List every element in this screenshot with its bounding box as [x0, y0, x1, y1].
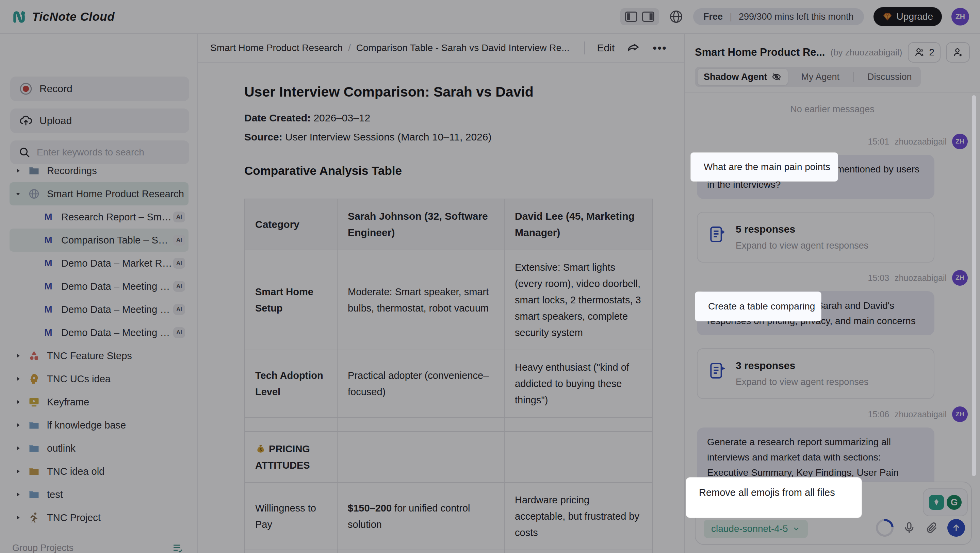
app-window: TicNote Cloud Free | 299/300 mins left t… — [0, 0, 980, 553]
message-text-highlight: Create a table comparing — [695, 292, 821, 321]
highlighted-text: Remove all emojis from all files — [699, 487, 835, 498]
dim-overlay — [0, 0, 980, 553]
highlighted-text: What are the main pain points — [704, 162, 830, 172]
message-text-highlight: What are the main pain points — [691, 153, 838, 181]
chat-scrollbar[interactable] — [972, 95, 976, 476]
composer-input-highlight[interactable]: Remove all emojis from all files — [686, 477, 862, 518]
highlighted-text: Create a table comparing — [708, 301, 815, 312]
